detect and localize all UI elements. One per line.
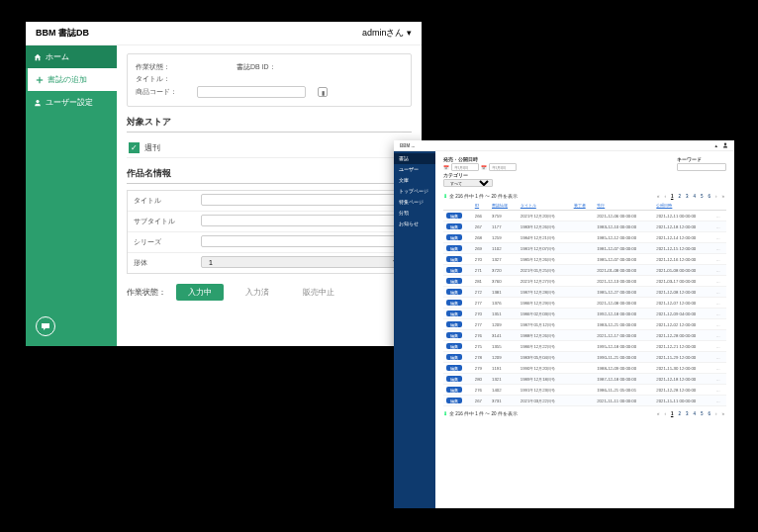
column-header[interactable]: 装丁者: [571, 201, 595, 211]
pager-page[interactable]: »: [719, 411, 726, 416]
edit-button[interactable]: 編集: [446, 213, 462, 219]
pager-page[interactable]: »: [719, 194, 726, 199]
row-actions-icon[interactable]: …: [715, 333, 719, 338]
calendar-icon[interactable]: 📅: [443, 165, 449, 170]
series-input[interactable]: [201, 235, 407, 247]
column-header[interactable]: 書誌情報: [489, 201, 518, 211]
format-select[interactable]: 1: [201, 256, 407, 268]
barcode-icon[interactable]: ▮: [318, 87, 328, 97]
row-actions-icon[interactable]: …: [715, 377, 719, 382]
column-header[interactable]: 発行: [594, 201, 653, 211]
column-header[interactable]: [443, 201, 472, 211]
column-header[interactable]: タイトル: [518, 201, 571, 211]
edit-button[interactable]: 編集: [446, 354, 462, 360]
row-actions-icon[interactable]: …: [715, 322, 719, 327]
row-actions-icon[interactable]: …: [715, 311, 719, 316]
subtitle-input[interactable]: [201, 215, 407, 226]
status-btn-done[interactable]: 入力済: [234, 284, 281, 301]
admin-sidebar-item[interactable]: 文庫: [394, 175, 435, 186]
edit-button[interactable]: 編集: [446, 343, 462, 349]
row-actions-icon[interactable]: …: [715, 214, 719, 219]
bell-icon[interactable]: ▲: [714, 143, 718, 148]
column-header[interactable]: 公開日時: [653, 201, 712, 211]
edit-button[interactable]: 編集: [446, 387, 462, 393]
pager-page[interactable]: «: [655, 194, 662, 199]
edit-button[interactable]: 編集: [446, 310, 462, 316]
pager-page[interactable]: ‹: [662, 411, 668, 416]
row-actions-icon[interactable]: …: [715, 246, 719, 251]
row-actions-icon[interactable]: …: [715, 399, 719, 403]
row-actions-icon[interactable]: …: [715, 257, 719, 262]
download-icon[interactable]: ⬇: [443, 193, 447, 199]
row-actions-icon[interactable]: …: [715, 388, 719, 393]
date-from-input[interactable]: [451, 163, 479, 171]
pager-page[interactable]: 5: [699, 411, 706, 416]
pager-page[interactable]: 5: [699, 194, 706, 199]
row-actions-icon[interactable]: …: [715, 279, 719, 284]
edit-button[interactable]: 編集: [446, 234, 462, 240]
pager-page[interactable]: 2: [676, 194, 683, 199]
pager-page[interactable]: ‹: [662, 194, 668, 199]
admin-sidebar-item[interactable]: お知らせ: [394, 219, 435, 229]
pager-page[interactable]: 3: [684, 411, 691, 416]
date-to-input[interactable]: [489, 163, 517, 171]
pager-page[interactable]: 4: [691, 411, 698, 416]
admin-sidebar-item[interactable]: 書誌: [394, 153, 435, 164]
admin-brand: BBM ...: [400, 143, 415, 148]
pager-page[interactable]: ›: [713, 411, 719, 416]
edit-button[interactable]: 編集: [446, 223, 462, 229]
sidebar-item-add[interactable]: 書誌の追加: [26, 68, 117, 91]
calendar-icon[interactable]: 📅: [481, 165, 487, 170]
edit-button[interactable]: 編集: [446, 256, 462, 262]
edit-button[interactable]: 編集: [446, 245, 462, 251]
edit-button[interactable]: 編集: [446, 321, 462, 327]
status-btn-stop[interactable]: 販売中止: [291, 284, 346, 301]
edit-button[interactable]: 編集: [446, 365, 462, 371]
pager-page[interactable]: ›: [713, 194, 719, 199]
pager-page[interactable]: 6: [706, 194, 712, 199]
category-select[interactable]: すべて: [443, 179, 493, 187]
edit-button[interactable]: 編集: [446, 332, 462, 338]
row-actions-icon[interactable]: …: [715, 235, 719, 240]
pager-page[interactable]: «: [655, 411, 662, 416]
row-actions-icon[interactable]: …: [715, 355, 719, 360]
edit-button[interactable]: 編集: [446, 376, 462, 382]
row-actions-icon[interactable]: …: [715, 268, 719, 273]
pager-page[interactable]: 2: [676, 411, 683, 416]
row-actions-icon[interactable]: …: [715, 366, 719, 371]
edit-button[interactable]: 編集: [446, 278, 462, 284]
column-header[interactable]: ID: [472, 201, 489, 211]
status-btn-input[interactable]: 入力中: [176, 284, 224, 301]
keyword-input[interactable]: [677, 163, 726, 171]
pager-page[interactable]: 1: [669, 411, 676, 416]
sidebar-item-user[interactable]: ユーザー設定: [26, 91, 117, 114]
column-header[interactable]: [712, 201, 726, 211]
user-menu[interactable]: adminさん ▾: [362, 27, 412, 40]
sidebar-item-home[interactable]: ホーム: [26, 45, 117, 68]
admin-sidebar-item[interactable]: 分類: [394, 208, 435, 219]
title-input[interactable]: [201, 194, 407, 206]
store-option-row[interactable]: ✓ 週刊: [127, 138, 412, 158]
admin-sidebar-item[interactable]: トップページ: [394, 186, 435, 197]
pager-page[interactable]: 1: [669, 194, 676, 199]
table-cell: 2021-12-21 12:00:00: [653, 341, 712, 352]
pager-page[interactable]: 6: [706, 411, 712, 416]
edit-button[interactable]: 編集: [446, 289, 462, 295]
download-icon[interactable]: ⬇: [443, 410, 447, 416]
code-input[interactable]: [197, 86, 306, 98]
pager-page[interactable]: 3: [684, 194, 691, 199]
checkbox-checked-icon[interactable]: ✓: [129, 142, 140, 153]
edit-button[interactable]: 編集: [446, 398, 462, 403]
row-actions-icon[interactable]: …: [715, 290, 719, 295]
chat-button[interactable]: [36, 316, 55, 336]
row-actions-icon[interactable]: …: [715, 344, 719, 349]
edit-button[interactable]: 編集: [446, 300, 462, 306]
row-actions-icon[interactable]: …: [715, 301, 719, 306]
admin-sidebar-item[interactable]: 特集ページ: [394, 197, 435, 208]
row-actions-icon[interactable]: …: [715, 224, 719, 229]
sidebar-label-add: 書誌の追加: [47, 74, 87, 85]
pager-page[interactable]: 4: [691, 194, 698, 199]
avatar-icon[interactable]: [722, 142, 728, 149]
admin-sidebar-item[interactable]: ユーザー: [394, 164, 435, 175]
edit-button[interactable]: 編集: [446, 267, 462, 273]
